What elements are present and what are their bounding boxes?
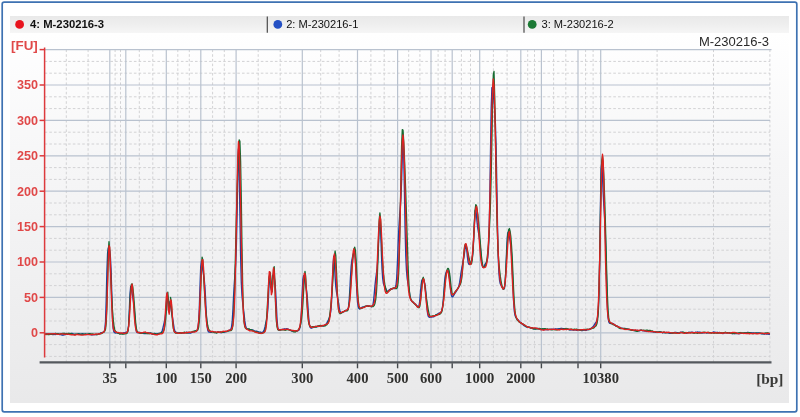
svg-text:2: M-230216-1: 2: M-230216-1 — [286, 18, 358, 30]
svg-text:200: 200 — [17, 185, 38, 199]
svg-text:300: 300 — [291, 370, 313, 386]
svg-text:350: 350 — [17, 78, 38, 92]
svg-text:3: M-230216-2: 3: M-230216-2 — [542, 18, 614, 30]
svg-text:M-230216-3: M-230216-3 — [699, 34, 769, 49]
svg-text:[bp]: [bp] — [756, 370, 783, 387]
svg-text:600: 600 — [420, 370, 442, 386]
svg-text:35: 35 — [103, 370, 118, 386]
svg-text:250: 250 — [17, 149, 38, 163]
svg-text:2000: 2000 — [506, 370, 535, 386]
svg-text:50: 50 — [24, 291, 38, 305]
svg-text:100: 100 — [155, 370, 177, 386]
svg-text:[FU]: [FU] — [11, 38, 38, 53]
svg-text:0: 0 — [31, 326, 38, 340]
svg-text:500: 500 — [387, 370, 409, 386]
svg-text:10380: 10380 — [582, 370, 618, 386]
svg-text:200: 200 — [225, 370, 247, 386]
svg-text:100: 100 — [17, 255, 38, 269]
svg-text:1000: 1000 — [465, 370, 494, 386]
svg-text:400: 400 — [347, 370, 369, 386]
svg-text:4: M-230216-3: 4: M-230216-3 — [30, 18, 104, 30]
svg-text:150: 150 — [190, 370, 212, 386]
svg-text:300: 300 — [17, 114, 38, 128]
svg-text:150: 150 — [17, 220, 38, 234]
